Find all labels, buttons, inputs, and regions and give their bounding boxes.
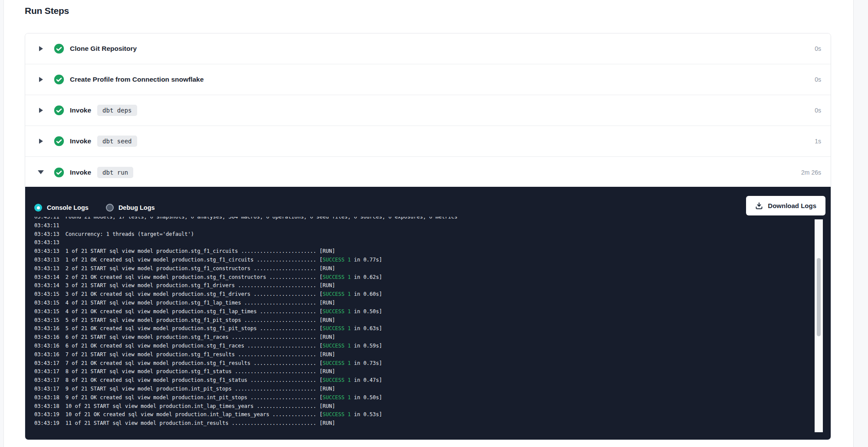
success-check-icon: [54, 167, 64, 178]
command-badge: dbt seed: [97, 136, 137, 147]
expand-caret-icon[interactable]: [37, 45, 44, 52]
log-line: 03:43:131 of 21 START sql view model pro…: [34, 247, 783, 256]
log-line: 03:43:153 of 21 OK created sql view mode…: [34, 290, 783, 299]
log-output-view[interactable]: 03:43:11Found 21 models, 17 tests, 0 sna…: [34, 217, 783, 435]
step-row-invoke-dbt-run[interactable]: Invoke dbt run 2m 26s: [25, 157, 831, 188]
page-title: Run Steps: [25, 6, 69, 16]
log-line: 03:43:154 of 21 START sql view model pro…: [34, 299, 783, 308]
log-scrollbar-thumb[interactable]: [817, 258, 821, 336]
step-label: Clone Git Repository: [70, 45, 137, 53]
radio-label[interactable]: Debug Logs: [118, 204, 155, 211]
download-logs-label: Download Logs: [768, 202, 816, 209]
collapse-caret-icon[interactable]: [37, 169, 44, 176]
step-duration: 0s: [815, 76, 821, 83]
log-line: 03:43:177 of 21 OK created sql view mode…: [34, 359, 783, 368]
expand-caret-icon[interactable]: [37, 107, 44, 114]
command-badge: dbt run: [97, 167, 133, 178]
radio-selected-icon[interactable]: [34, 204, 42, 212]
success-check-icon: [54, 43, 64, 54]
log-line: 03:43:179 of 21 START sql view model pro…: [34, 385, 783, 394]
console-log-panel: Console Logs Debug Logs Download Logs 03…: [25, 187, 831, 440]
step-row-invoke-dbt-seed[interactable]: Invoke dbt seed 1s: [25, 126, 831, 157]
log-line: 03:43:178 of 21 START sql view model pro…: [34, 368, 783, 376]
console-logs-radio[interactable]: Console Logs: [34, 204, 89, 212]
step-row-create-profile[interactable]: Create Profile from Connection snowflake…: [25, 64, 831, 95]
log-scrollbar-track[interactable]: [815, 219, 823, 432]
step-label: Invoke: [70, 137, 91, 145]
log-line: 03:43:166 of 21 START sql view model pro…: [34, 333, 783, 342]
success-check-icon: [54, 136, 64, 146]
success-check-icon: [54, 105, 64, 116]
step-duration: 0s: [815, 107, 821, 114]
log-line: 03:43:189 of 21 OK created sql view mode…: [34, 394, 783, 402]
log-line: 03:43:132 of 21 START sql view model pro…: [34, 265, 783, 273]
log-line: 03:43:131 of 21 OK created sql view mode…: [34, 256, 783, 265]
log-line: 03:43:155 of 21 START sql view model pro…: [34, 316, 783, 325]
command-badge: dbt deps: [97, 105, 137, 116]
log-line: 03:43:13Concurrency: 1 threads (target='…: [34, 230, 783, 239]
log-line: 03:43:166 of 21 OK created sql view mode…: [34, 342, 783, 351]
radio-unselected-icon[interactable]: [106, 204, 114, 212]
step-label: Create Profile from Connection snowflake: [70, 76, 204, 83]
log-line: 03:43:13: [34, 238, 783, 247]
step-row-invoke-dbt-deps[interactable]: Invoke dbt deps 0s: [25, 95, 831, 126]
log-line: 03:43:178 of 21 OK created sql view mode…: [34, 376, 783, 385]
log-line: 03:43:1911 of 21 START sql view model pr…: [34, 419, 783, 428]
run-steps-card: Clone Git Repository 0s Create Profile f…: [25, 33, 831, 440]
run-steps-page: Run Steps Clone Git Repository 0s Create…: [0, 0, 868, 447]
step-label: Invoke: [70, 169, 91, 176]
log-line: 03:43:1910 of 21 OK created sql view mod…: [34, 411, 783, 419]
log-line: 03:43:142 of 21 OK created sql view mode…: [34, 273, 783, 282]
log-line: 03:43:11: [34, 222, 783, 230]
debug-logs-radio[interactable]: Debug Logs: [106, 204, 155, 212]
log-line: 03:43:165 of 21 OK created sql view mode…: [34, 324, 783, 333]
log-line: 03:43:143 of 21 START sql view model pro…: [34, 281, 783, 290]
step-duration: 2m 26s: [801, 169, 821, 176]
download-icon: [755, 202, 763, 210]
left-edge-strip: [0, 0, 4, 447]
step-label: Invoke: [70, 106, 91, 114]
step-duration: 1s: [815, 138, 821, 145]
log-line: 03:43:11Found 21 models, 17 tests, 0 sna…: [34, 217, 783, 222]
log-line: 03:43:154 of 21 OK created sql view mode…: [34, 308, 783, 316]
log-lines: 03:43:11Found 21 models, 17 tests, 0 sna…: [34, 217, 783, 428]
download-logs-button[interactable]: Download Logs: [746, 196, 825, 215]
radio-label[interactable]: Console Logs: [47, 204, 89, 211]
expand-caret-icon[interactable]: [37, 76, 44, 83]
step-duration: 0s: [815, 45, 821, 52]
expand-caret-icon[interactable]: [37, 138, 44, 145]
log-line: 03:43:1810 of 21 START sql view model pr…: [34, 402, 783, 411]
log-line: 03:43:167 of 21 START sql view model pro…: [34, 351, 783, 359]
step-row-clone-git-repository[interactable]: Clone Git Repository 0s: [25, 33, 831, 64]
right-edge-strip: [853, 0, 868, 447]
log-view-toolbar: Console Logs Debug Logs: [34, 199, 172, 216]
success-check-icon: [54, 74, 64, 85]
